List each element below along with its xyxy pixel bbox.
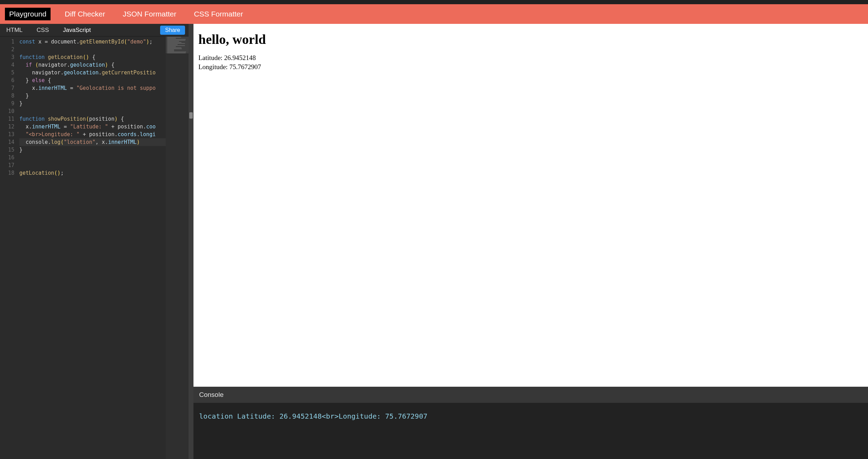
console-body[interactable]: location Latitude: 26.9452148<br>Longitu… [193,403,868,459]
code-line[interactable]: x.innerHTML = "Latitude: " + position.co… [19,123,166,131]
line-number: 14 [0,138,14,146]
longitude-label: Longitude: [198,63,229,71]
code-line[interactable]: const x = document.getElementById("demo"… [19,38,166,46]
preview-frame[interactable]: hello, world Latitude: 26.9452148 Longit… [193,24,868,387]
line-number: 6 [0,76,14,84]
top-strip [0,0,868,4]
code-line[interactable]: console.log("location", x.innerHTML) [19,138,166,146]
pane-splitter[interactable] [189,24,193,459]
latitude-label: Latitude: [198,54,224,61]
line-number: 8 [0,92,14,100]
site-header: Playground Diff Checker JSON Formatter C… [0,4,868,24]
preview-heading: hello, world [198,32,863,47]
code-line[interactable]: if (navigator.geolocation) { [19,61,166,69]
nav-json-formatter[interactable]: JSON Formatter [119,8,180,20]
code-line[interactable]: navigator.geolocation.getCurrentPositio [19,69,166,76]
editor-tabs: HTML CSS JavaScript Share [0,24,189,36]
line-number: 17 [0,161,14,169]
line-number: 13 [0,131,14,138]
line-gutter: 123456789101112131415161718 [0,36,19,459]
line-number: 11 [0,115,14,123]
line-number: 5 [0,69,14,76]
longitude-value: 75.7672907 [229,63,261,71]
code-line[interactable] [19,46,166,53]
tab-javascript[interactable]: JavaScript [60,25,93,36]
code-line[interactable]: } [19,100,166,107]
minimap[interactable] [166,36,189,459]
code-line[interactable]: function showPosition(position) { [19,115,166,123]
code-editor[interactable]: 123456789101112131415161718 const x = do… [0,36,189,459]
share-button[interactable]: Share [160,26,185,35]
editor-pane: HTML CSS JavaScript Share 12345678910111… [0,24,189,459]
code-line[interactable] [19,107,166,115]
code-line[interactable]: function getLocation() { [19,53,166,61]
nav-playground[interactable]: Playground [5,8,51,20]
output-pane: hello, world Latitude: 26.9452148 Longit… [193,24,868,459]
line-number: 16 [0,154,14,161]
tab-css[interactable]: CSS [34,25,52,36]
code-line[interactable]: } [19,92,166,100]
code-line[interactable]: } [19,146,166,154]
line-number: 2 [0,46,14,53]
line-number: 18 [0,169,14,177]
line-number: 1 [0,38,14,46]
line-number: 4 [0,61,14,69]
main-layout: HTML CSS JavaScript Share 12345678910111… [0,24,868,459]
console-header[interactable]: Console [193,387,868,403]
splitter-grip-icon[interactable] [189,112,193,119]
line-number: 7 [0,84,14,92]
code-line[interactable]: getLocation(); [19,169,166,177]
minimap-viewport[interactable] [166,36,189,53]
line-number: 10 [0,107,14,115]
line-number: 3 [0,53,14,61]
line-number: 9 [0,100,14,107]
line-number: 12 [0,123,14,131]
latitude-value: 26.9452148 [224,54,256,61]
code-line[interactable] [19,154,166,161]
tab-html[interactable]: HTML [4,25,25,36]
nav-diff-checker[interactable]: Diff Checker [61,8,108,20]
console-entry: location Latitude: 26.9452148<br>Longitu… [199,412,862,420]
code-line[interactable]: } else { [19,76,166,84]
preview-output: Latitude: 26.9452148 Longitude: 75.76729… [198,53,863,71]
code-line[interactable] [19,161,166,169]
code-content[interactable]: const x = document.getElementById("demo"… [19,36,166,459]
code-line[interactable]: x.innerHTML = "Geolocation is not suppo [19,84,166,92]
line-number: 15 [0,146,14,154]
code-line[interactable]: "<br>Longitude: " + position.coords.long… [19,131,166,138]
nav-css-formatter[interactable]: CSS Formatter [190,8,246,20]
